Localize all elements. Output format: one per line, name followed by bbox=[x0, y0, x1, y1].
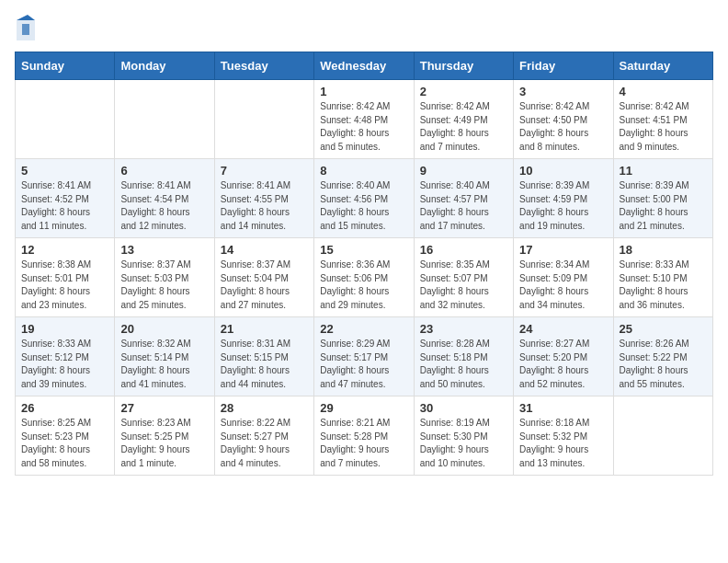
day-info: Sunrise: 8:26 AM Sunset: 5:22 PM Dayligh… bbox=[620, 338, 707, 391]
day-info: Sunrise: 8:37 AM Sunset: 5:04 PM Dayligh… bbox=[221, 259, 308, 312]
day-header-sunday: Sunday bbox=[16, 52, 115, 80]
day-header-tuesday: Tuesday bbox=[214, 52, 313, 80]
day-info: Sunrise: 8:29 AM Sunset: 5:17 PM Dayligh… bbox=[320, 338, 407, 391]
day-number: 3 bbox=[519, 85, 607, 98]
day-number: 12 bbox=[21, 243, 108, 257]
calendar-cell: 21Sunrise: 8:31 AM Sunset: 5:15 PM Dayli… bbox=[214, 317, 313, 396]
calendar-cell: 13Sunrise: 8:37 AM Sunset: 5:03 PM Dayli… bbox=[115, 238, 214, 317]
calendar-cell bbox=[214, 80, 313, 159]
logo bbox=[15, 15, 40, 40]
calendar-cell: 27Sunrise: 8:23 AM Sunset: 5:25 PM Dayli… bbox=[115, 396, 214, 476]
calendar-cell: 19Sunrise: 8:33 AM Sunset: 5:12 PM Dayli… bbox=[16, 317, 115, 396]
calendar-cell: 1Sunrise: 8:42 AM Sunset: 4:48 PM Daylig… bbox=[314, 80, 414, 159]
calendar-cell: 14Sunrise: 8:37 AM Sunset: 5:04 PM Dayli… bbox=[214, 238, 313, 317]
day-number: 11 bbox=[620, 164, 707, 178]
day-number: 30 bbox=[420, 401, 507, 415]
day-info: Sunrise: 8:42 AM Sunset: 4:51 PM Dayligh… bbox=[620, 100, 707, 154]
day-number: 6 bbox=[120, 164, 208, 178]
day-info: Sunrise: 8:40 AM Sunset: 4:56 PM Dayligh… bbox=[320, 179, 407, 233]
day-info: Sunrise: 8:32 AM Sunset: 5:14 PM Dayligh… bbox=[120, 338, 208, 391]
day-info: Sunrise: 8:25 AM Sunset: 5:23 PM Dayligh… bbox=[21, 417, 108, 470]
svg-marker-1 bbox=[17, 15, 35, 20]
day-info: Sunrise: 8:39 AM Sunset: 4:59 PM Dayligh… bbox=[519, 179, 607, 233]
svg-rect-2 bbox=[22, 24, 29, 35]
day-info: Sunrise: 8:35 AM Sunset: 5:07 PM Dayligh… bbox=[420, 259, 507, 312]
calendar-cell: 23Sunrise: 8:28 AM Sunset: 5:18 PM Dayli… bbox=[414, 317, 513, 396]
calendar-cell: 16Sunrise: 8:35 AM Sunset: 5:07 PM Dayli… bbox=[414, 238, 513, 317]
day-info: Sunrise: 8:28 AM Sunset: 5:18 PM Dayligh… bbox=[420, 338, 507, 391]
day-number: 7 bbox=[221, 164, 308, 178]
day-info: Sunrise: 8:27 AM Sunset: 5:20 PM Dayligh… bbox=[519, 338, 607, 391]
day-info: Sunrise: 8:41 AM Sunset: 4:54 PM Dayligh… bbox=[120, 179, 208, 233]
calendar-cell: 5Sunrise: 8:41 AM Sunset: 4:52 PM Daylig… bbox=[16, 159, 115, 238]
day-info: Sunrise: 8:36 AM Sunset: 5:06 PM Dayligh… bbox=[320, 259, 407, 312]
day-number: 26 bbox=[21, 401, 108, 415]
day-number: 4 bbox=[620, 85, 707, 98]
calendar-cell bbox=[613, 396, 712, 476]
calendar-cell: 18Sunrise: 8:33 AM Sunset: 5:10 PM Dayli… bbox=[613, 238, 712, 317]
day-info: Sunrise: 8:41 AM Sunset: 4:52 PM Dayligh… bbox=[21, 179, 108, 233]
calendar-cell: 20Sunrise: 8:32 AM Sunset: 5:14 PM Dayli… bbox=[115, 317, 214, 396]
calendar-cell: 8Sunrise: 8:40 AM Sunset: 4:56 PM Daylig… bbox=[314, 159, 414, 238]
day-header-monday: Monday bbox=[115, 52, 214, 80]
calendar-week-row: 5Sunrise: 8:41 AM Sunset: 4:52 PM Daylig… bbox=[16, 159, 713, 238]
day-info: Sunrise: 8:33 AM Sunset: 5:12 PM Dayligh… bbox=[21, 338, 108, 391]
day-info: Sunrise: 8:42 AM Sunset: 4:48 PM Dayligh… bbox=[320, 100, 407, 154]
page-header bbox=[15, 15, 713, 40]
day-header-friday: Friday bbox=[514, 52, 613, 80]
day-info: Sunrise: 8:37 AM Sunset: 5:03 PM Dayligh… bbox=[120, 259, 208, 312]
day-number: 28 bbox=[221, 401, 308, 415]
calendar-cell: 7Sunrise: 8:41 AM Sunset: 4:55 PM Daylig… bbox=[214, 159, 313, 238]
day-number: 27 bbox=[120, 401, 208, 415]
calendar-cell: 17Sunrise: 8:34 AM Sunset: 5:09 PM Dayli… bbox=[514, 238, 613, 317]
day-info: Sunrise: 8:40 AM Sunset: 4:57 PM Dayligh… bbox=[420, 179, 507, 233]
day-number: 15 bbox=[320, 243, 407, 257]
calendar-cell: 9Sunrise: 8:40 AM Sunset: 4:57 PM Daylig… bbox=[414, 159, 513, 238]
calendar-cell: 6Sunrise: 8:41 AM Sunset: 4:54 PM Daylig… bbox=[115, 159, 214, 238]
logo-icon bbox=[15, 15, 37, 40]
day-info: Sunrise: 8:42 AM Sunset: 4:49 PM Dayligh… bbox=[420, 100, 507, 154]
calendar-cell: 30Sunrise: 8:19 AM Sunset: 5:30 PM Dayli… bbox=[414, 396, 513, 476]
day-info: Sunrise: 8:38 AM Sunset: 5:01 PM Dayligh… bbox=[21, 259, 108, 312]
day-info: Sunrise: 8:33 AM Sunset: 5:10 PM Dayligh… bbox=[620, 259, 707, 312]
day-info: Sunrise: 8:23 AM Sunset: 5:25 PM Dayligh… bbox=[120, 417, 208, 470]
day-info: Sunrise: 8:18 AM Sunset: 5:32 PM Dayligh… bbox=[519, 417, 607, 470]
calendar-cell: 3Sunrise: 8:42 AM Sunset: 4:50 PM Daylig… bbox=[514, 80, 613, 159]
day-number: 9 bbox=[420, 164, 507, 178]
calendar-header-row: SundayMondayTuesdayWednesdayThursdayFrid… bbox=[16, 52, 713, 80]
day-info: Sunrise: 8:21 AM Sunset: 5:28 PM Dayligh… bbox=[320, 417, 407, 470]
day-number: 13 bbox=[120, 243, 208, 257]
day-info: Sunrise: 8:34 AM Sunset: 5:09 PM Dayligh… bbox=[519, 259, 607, 312]
calendar-cell: 31Sunrise: 8:18 AM Sunset: 5:32 PM Dayli… bbox=[514, 396, 613, 476]
calendar-cell: 11Sunrise: 8:39 AM Sunset: 5:00 PM Dayli… bbox=[613, 159, 712, 238]
calendar-cell: 2Sunrise: 8:42 AM Sunset: 4:49 PM Daylig… bbox=[414, 80, 513, 159]
day-number: 16 bbox=[420, 243, 507, 257]
day-number: 8 bbox=[320, 164, 407, 178]
calendar-cell: 15Sunrise: 8:36 AM Sunset: 5:06 PM Dayli… bbox=[314, 238, 414, 317]
day-number: 22 bbox=[320, 322, 407, 336]
day-number: 17 bbox=[519, 243, 607, 257]
day-info: Sunrise: 8:41 AM Sunset: 4:55 PM Dayligh… bbox=[221, 179, 308, 233]
calendar-cell bbox=[115, 80, 214, 159]
calendar-cell: 25Sunrise: 8:26 AM Sunset: 5:22 PM Dayli… bbox=[613, 317, 712, 396]
day-info: Sunrise: 8:39 AM Sunset: 5:00 PM Dayligh… bbox=[620, 179, 707, 233]
day-header-saturday: Saturday bbox=[613, 52, 712, 80]
day-number: 21 bbox=[221, 322, 308, 336]
day-number: 31 bbox=[519, 401, 607, 415]
calendar-cell: 29Sunrise: 8:21 AM Sunset: 5:28 PM Dayli… bbox=[314, 396, 414, 476]
day-number: 23 bbox=[420, 322, 507, 336]
day-info: Sunrise: 8:19 AM Sunset: 5:30 PM Dayligh… bbox=[420, 417, 507, 470]
calendar-week-row: 19Sunrise: 8:33 AM Sunset: 5:12 PM Dayli… bbox=[16, 317, 713, 396]
calendar-cell bbox=[16, 80, 115, 159]
calendar-cell: 24Sunrise: 8:27 AM Sunset: 5:20 PM Dayli… bbox=[514, 317, 613, 396]
day-number: 18 bbox=[620, 243, 707, 257]
day-number: 20 bbox=[120, 322, 208, 336]
day-number: 24 bbox=[519, 322, 607, 336]
calendar-cell: 12Sunrise: 8:38 AM Sunset: 5:01 PM Dayli… bbox=[16, 238, 115, 317]
calendar-cell: 22Sunrise: 8:29 AM Sunset: 5:17 PM Dayli… bbox=[314, 317, 414, 396]
calendar-week-row: 26Sunrise: 8:25 AM Sunset: 5:23 PM Dayli… bbox=[16, 396, 713, 476]
calendar-week-row: 1Sunrise: 8:42 AM Sunset: 4:48 PM Daylig… bbox=[16, 80, 713, 159]
day-info: Sunrise: 8:42 AM Sunset: 4:50 PM Dayligh… bbox=[519, 100, 607, 154]
day-header-wednesday: Wednesday bbox=[314, 52, 414, 80]
day-number: 10 bbox=[519, 164, 607, 178]
